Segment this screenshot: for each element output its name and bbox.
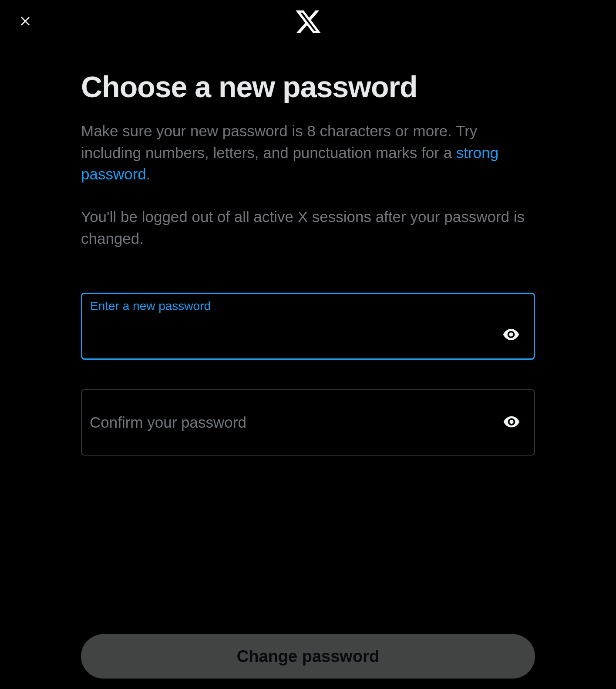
description-text-suffix: . [146,165,151,182]
password-change-modal: Choose a new password Make sure your new… [0,0,616,689]
confirm-password-group: Confirm your password [81,389,535,456]
logout-notice: You'll be logged out of all active X ses… [81,206,535,249]
new-password-group: Enter a new password [81,293,535,360]
password-description: Make sure your new password is 8 charact… [81,120,535,185]
page-title: Choose a new password [81,70,535,104]
eye-icon [502,412,521,433]
x-logo [294,8,322,36]
description-text-prefix: Make sure your new password is 8 charact… [81,122,477,161]
change-password-button[interactable]: Change password [81,634,535,679]
submit-area: Change password [81,634,535,689]
confirm-password-wrapper: Confirm your password [81,389,535,456]
modal-header [0,0,616,44]
reveal-new-password-button[interactable] [499,322,523,348]
confirm-password-input[interactable] [82,390,534,455]
eye-icon [502,325,521,345]
modal-content: Choose a new password Make sure your new… [0,44,616,689]
new-password-input[interactable] [82,294,534,358]
close-button[interactable] [15,11,36,33]
close-icon [18,14,32,30]
new-password-wrapper: Enter a new password [81,293,535,360]
reveal-confirm-password-button[interactable] [499,410,524,436]
